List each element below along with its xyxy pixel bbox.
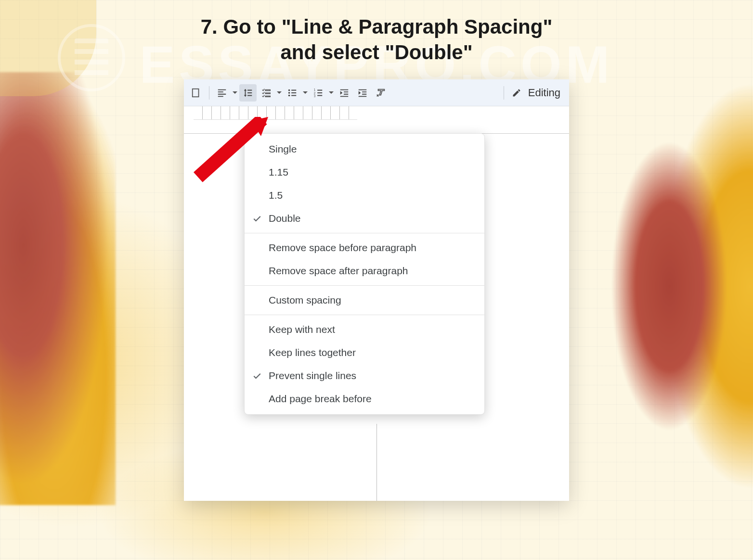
numbered-list-button[interactable]: 123	[310, 84, 327, 102]
decorative-paint-right	[609, 58, 753, 515]
flow-option-2[interactable]: Prevent single lines	[245, 364, 484, 387]
toolbar-separator	[504, 86, 504, 100]
spacing-option-2[interactable]: 1.5	[245, 184, 484, 207]
svg-text:3: 3	[314, 94, 316, 98]
instruction-heading: 7. Go to "Line & Paragraph Spacing" and …	[0, 14, 753, 65]
editing-mode-icon[interactable]	[508, 84, 525, 102]
decorative-paint-left	[0, 72, 116, 505]
align-caret-icon[interactable]	[232, 90, 238, 95]
clear-formatting-button[interactable]	[372, 84, 389, 102]
spacing-option-1[interactable]: 1.15	[245, 161, 484, 184]
dropdown-item-label: Keep with next	[269, 324, 335, 335]
document-area[interactable]: I Single1.151.5Double Remove space befor…	[184, 106, 569, 501]
toolbar: 123 Editing	[184, 79, 569, 106]
checklist-caret-icon[interactable]	[276, 90, 283, 95]
paragraph-option-1[interactable]: Remove space after paragraph	[245, 259, 484, 282]
svg-rect-0	[193, 89, 199, 97]
align-button[interactable]	[213, 84, 231, 102]
editing-mode-label[interactable]: Editing	[526, 87, 565, 99]
dropdown-item-label: Keep lines together	[269, 347, 356, 358]
line-spacing-dropdown: Single1.151.5Double Remove space before …	[244, 133, 485, 415]
dropdown-divider	[245, 285, 484, 286]
svg-point-2	[288, 92, 290, 94]
custom-option-0[interactable]: Custom spacing	[245, 289, 484, 312]
dropdown-item-label: Single	[269, 143, 297, 155]
dropdown-item-label: Custom spacing	[269, 294, 341, 306]
line-spacing-button[interactable]	[239, 84, 257, 102]
svg-point-3	[288, 94, 290, 96]
dropdown-item-label: Remove space before paragraph	[269, 242, 416, 254]
bulleted-caret-icon[interactable]	[302, 90, 309, 95]
partial-icon[interactable]	[188, 84, 205, 102]
dropdown-divider	[245, 315, 484, 315]
dropdown-item-label: Remove space after paragraph	[269, 265, 408, 277]
flow-option-0[interactable]: Keep with next	[245, 318, 484, 341]
checklist-button[interactable]	[258, 84, 275, 102]
dropdown-item-label: Double	[269, 213, 301, 224]
numbered-caret-icon[interactable]	[328, 90, 335, 95]
instruction-line2: and select "Double"	[280, 41, 472, 64]
dropdown-item-label: Add page break before	[269, 393, 372, 405]
dropdown-item-label: 1.5	[269, 190, 283, 201]
flow-option-3[interactable]: Add page break before	[245, 387, 484, 410]
paragraph-option-0[interactable]: Remove space before paragraph	[245, 236, 484, 259]
dropdown-divider	[245, 233, 484, 233]
dropdown-item-label: Prevent single lines	[269, 370, 356, 382]
svg-point-1	[288, 89, 290, 91]
increase-indent-button[interactable]	[354, 84, 371, 102]
check-icon	[252, 214, 262, 223]
toolbar-separator	[209, 86, 209, 100]
instruction-line1: 7. Go to "Line & Paragraph Spacing"	[201, 15, 553, 38]
page-center-line	[376, 424, 377, 501]
check-icon	[252, 371, 262, 381]
ruler[interactable]	[194, 106, 357, 120]
docs-window: 123 Editing I Single1.151.5Dou	[184, 79, 569, 501]
dropdown-item-label: 1.15	[269, 166, 288, 178]
bulleted-list-button[interactable]	[284, 84, 301, 102]
decrease-indent-button[interactable]	[336, 84, 353, 102]
flow-option-1[interactable]: Keep lines together	[245, 341, 484, 364]
spacing-option-3[interactable]: Double	[245, 207, 484, 230]
spacing-option-0[interactable]: Single	[245, 138, 484, 161]
